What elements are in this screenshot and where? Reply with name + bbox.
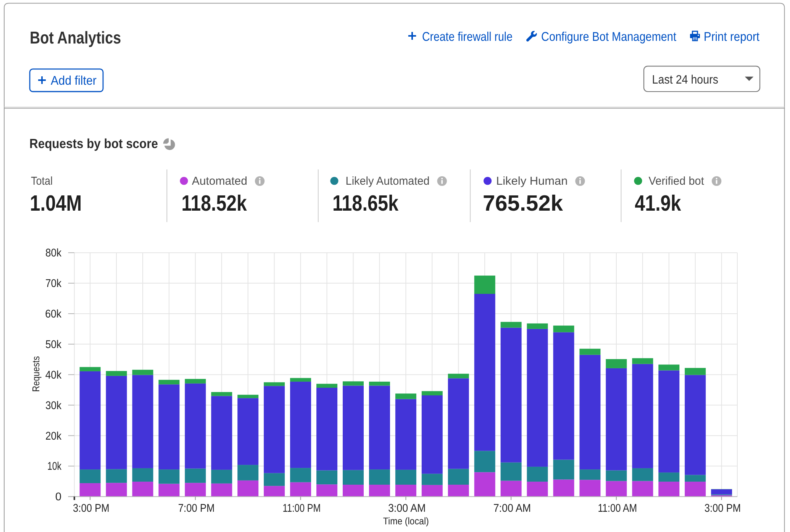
- svg-text:118.52k: 118.52k: [181, 192, 247, 216]
- svg-text:Print report: Print report: [704, 29, 760, 44]
- svg-text:70k: 70k: [45, 278, 62, 290]
- svg-text:Likely Automated: Likely Automated: [346, 175, 430, 188]
- svg-text:50k: 50k: [45, 339, 62, 351]
- svg-text:60k: 60k: [45, 308, 62, 321]
- svg-text:118.65k: 118.65k: [332, 192, 399, 216]
- svg-text:Requests by bot score: Requests by bot score: [29, 136, 158, 151]
- svg-text:Automated: Automated: [192, 175, 247, 188]
- svg-text:80k: 80k: [45, 247, 62, 260]
- svg-text:Configure Bot Management: Configure Bot Management: [541, 29, 677, 44]
- svg-text:20k: 20k: [45, 430, 62, 443]
- svg-text:41.9k: 41.9k: [635, 192, 682, 216]
- svg-text:30k: 30k: [45, 400, 62, 412]
- svg-text:Likely Human: Likely Human: [496, 175, 568, 188]
- svg-text:7:00 PM: 7:00 PM: [178, 503, 215, 515]
- svg-text:Add filter: Add filter: [51, 73, 97, 88]
- svg-text:7:00 AM: 7:00 AM: [493, 503, 531, 515]
- svg-text:3:00 PM: 3:00 PM: [705, 503, 741, 515]
- svg-text:Total: Total: [31, 175, 53, 188]
- svg-text:765.52k: 765.52k: [483, 192, 564, 216]
- svg-text:3:00 PM: 3:00 PM: [73, 503, 110, 515]
- svg-text:Time (local): Time (local): [383, 515, 429, 527]
- svg-text:0: 0: [55, 491, 61, 503]
- svg-text:11:00 AM: 11:00 AM: [598, 503, 637, 515]
- svg-text:11:00 PM: 11:00 PM: [283, 503, 321, 515]
- svg-text:Bot Analytics: Bot Analytics: [30, 28, 121, 47]
- svg-text:40k: 40k: [45, 369, 62, 382]
- svg-text:3:00 AM: 3:00 AM: [388, 503, 426, 515]
- svg-text:Last 24 hours: Last 24 hours: [652, 74, 718, 87]
- svg-text:Create firewall rule: Create firewall rule: [422, 29, 513, 44]
- svg-text:10k: 10k: [47, 461, 62, 473]
- svg-text:1.04M: 1.04M: [30, 192, 82, 216]
- svg-text:Requests: Requests: [30, 356, 42, 392]
- svg-text:Verified bot: Verified bot: [649, 175, 705, 188]
